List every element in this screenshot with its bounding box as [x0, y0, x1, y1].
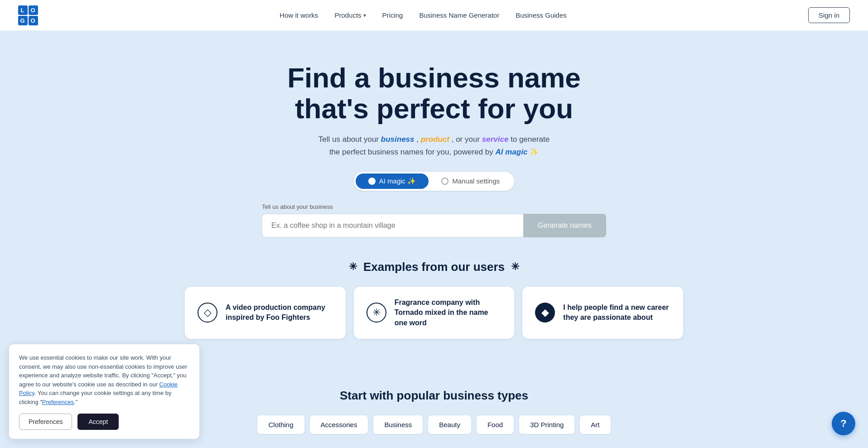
examples-section: ✳ Examples from our users ✳ ◇ A video pr… — [185, 260, 683, 339]
card-1-text: A video production company inspired by F… — [226, 303, 333, 323]
toggle-manual-label: Manual settings — [452, 177, 500, 185]
cookie-text: We use essential cookies to make our sit… — [19, 353, 189, 406]
generate-names-button[interactable]: Generate names — [523, 214, 606, 237]
pill-beauty[interactable]: Beauty — [428, 415, 471, 434]
cookie-policy-link[interactable]: Cookie Policy — [19, 381, 178, 397]
nav-pricing[interactable]: Pricing — [382, 11, 403, 19]
sparkle-icon: ✨ — [530, 148, 539, 156]
business-input-row: Generate names — [262, 214, 606, 237]
hero-subtitle: Tell us about your business , product , … — [318, 133, 550, 158]
cookie-buttons: Preferences Accept — [19, 414, 189, 430]
hero-title: Find a business name that's perfect for … — [253, 63, 615, 124]
input-label: Tell us about your business — [262, 203, 606, 210]
asterisk-left: ✳ — [349, 261, 357, 273]
logo[interactable]: L O G O — [18, 5, 38, 25]
pill-clothing[interactable]: Clothing — [257, 415, 304, 434]
card-3-text: I help people find a new career they are… — [563, 303, 670, 323]
examples-cards: ◇ A video production company inspired by… — [185, 287, 683, 339]
preferences-button[interactable]: Preferences — [19, 414, 72, 430]
pill-business[interactable]: Business — [373, 415, 423, 434]
toggle-ai-radio — [368, 178, 376, 185]
preferences-inline-link[interactable]: Preferences — [42, 399, 74, 405]
navbar-actions: Sign in — [808, 7, 850, 23]
subtitle-highlight-ai: AI magic — [496, 148, 528, 156]
example-card-3[interactable]: ◆ I help people find a new career they a… — [522, 287, 683, 339]
business-types-title: Start with popular business types — [340, 389, 528, 403]
toggle-manual[interactable]: Manual settings — [429, 173, 512, 189]
pill-3d-printing[interactable]: 3D Printing — [519, 415, 574, 434]
example-card-2[interactable]: ✳ Fragrance company with Tornado mixed i… — [354, 287, 515, 339]
help-button[interactable]: ? — [832, 412, 855, 435]
business-type-pills: Clothing Accessories Business Beauty Foo… — [257, 415, 610, 434]
subtitle-highlight-service: service — [482, 135, 509, 144]
card-3-icon: ◆ — [535, 303, 555, 323]
subtitle-text-3: to generate — [511, 135, 550, 144]
pill-art[interactable]: Art — [580, 415, 610, 434]
toggle-ai-magic[interactable]: AI magic ✨ — [356, 173, 429, 189]
sign-in-button[interactable]: Sign in — [808, 7, 850, 23]
pill-food[interactable]: Food — [477, 415, 514, 434]
nav-products[interactable]: Products — [334, 11, 366, 19]
navbar: L O G O How it works Products Pricing Bu… — [0, 0, 868, 31]
card-1-icon: ◇ — [198, 303, 217, 323]
card-2-text: Fragrance company with Tornado mixed in … — [395, 298, 502, 328]
examples-title: ✳ Examples from our users ✳ — [185, 260, 683, 274]
nav-business-guides[interactable]: Business Guides — [516, 11, 567, 19]
subtitle-text-2: , or your — [452, 135, 482, 144]
cookie-banner: We use essential cookies to make our sit… — [9, 344, 199, 439]
card-2-icon: ✳ — [366, 303, 386, 323]
toggle-manual-radio — [441, 178, 448, 185]
subtitle-comma-1: , — [416, 135, 420, 144]
subtitle-highlight-business: business — [381, 135, 415, 144]
example-card-1[interactable]: ◇ A video production company inspired by… — [185, 287, 346, 339]
nav-business-name-generator[interactable]: Business Name Generator — [419, 11, 499, 19]
nav-links: How it works Products Pricing Business N… — [280, 11, 566, 19]
subtitle-highlight-product: product — [421, 135, 449, 144]
business-input[interactable] — [262, 214, 523, 237]
nav-how-it-works[interactable]: How it works — [280, 11, 318, 19]
examples-title-text: Examples from our users — [363, 260, 505, 274]
pill-accessories[interactable]: Accessories — [310, 415, 368, 434]
toggle-ai-label: AI magic ✨ — [379, 177, 416, 185]
hero-section: Find a business name that's perfect for … — [0, 31, 868, 366]
subtitle-text-4: the perfect business names for you, powe… — [329, 148, 496, 156]
subtitle-text-1: Tell us about your — [318, 135, 381, 144]
mode-toggle: AI magic ✨ Manual settings — [354, 172, 515, 191]
asterisk-right: ✳ — [511, 261, 519, 273]
accept-button[interactable]: Accept — [77, 414, 119, 430]
